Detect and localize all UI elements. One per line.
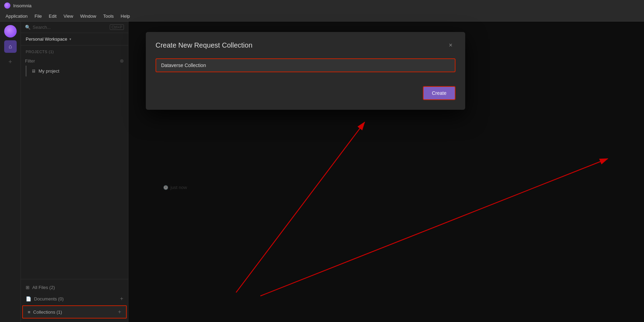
menu-bar: Application File Edit View Window Tools … <box>0 11 644 22</box>
create-collection-modal: Create New Request Collection × Create <box>146 32 465 110</box>
project-item[interactable]: 🖥 My project <box>26 66 128 76</box>
workspace-chevron-icon: ▾ <box>69 37 71 41</box>
sidebar-narrow: ⌂ + <box>0 22 21 322</box>
all-files-icon: ⊞ <box>26 285 30 290</box>
all-files-label: All Files (2) <box>32 285 55 290</box>
create-button[interactable]: Create <box>423 86 455 100</box>
modal-footer: Create <box>156 86 455 100</box>
search-shortcut: Ctrl+P <box>110 24 124 30</box>
modal-title: Create New Request Collection <box>156 41 252 49</box>
bottom-section: ⊞ All Files (2) 📄 Documents (0) + ≡ Coll… <box>21 279 128 322</box>
project-icon: 🖥 <box>31 68 36 74</box>
app-title: Insomnia <box>13 3 32 8</box>
title-bar: Insomnia <box>0 0 644 11</box>
documents-icon: 📄 <box>26 296 31 302</box>
documents-add-icon[interactable]: + <box>120 296 123 302</box>
project-name: My project <box>39 68 59 74</box>
filter-bar: ⊗ <box>21 56 128 66</box>
menu-tools[interactable]: Tools <box>100 12 116 20</box>
search-icon: 🔍 <box>25 25 31 30</box>
workspace-header[interactable]: Personal Workspace ▾ <box>21 33 128 46</box>
search-placeholder: Search... <box>33 25 51 30</box>
filter-input[interactable] <box>25 58 118 64</box>
left-panel: 🔍 Search... Ctrl+P Personal Workspace ▾ … <box>21 22 128 322</box>
main-layout: ⌂ + 🔍 Search... Ctrl+P Personal Workspac… <box>0 22 644 322</box>
add-button[interactable]: + <box>8 58 12 66</box>
menu-window[interactable]: Window <box>77 12 99 20</box>
menu-application[interactable]: Application <box>3 12 31 20</box>
documents-label: Documents (0) <box>34 296 64 302</box>
app-logo <box>4 2 10 9</box>
projects-header: PROJECTS (1) <box>21 46 128 56</box>
close-icon: × <box>449 42 453 49</box>
workspace-name: Personal Workspace <box>26 36 67 42</box>
collection-name-input[interactable] <box>156 58 455 72</box>
collections-add-icon[interactable]: + <box>118 309 121 315</box>
modal-header: Create New Request Collection × <box>156 40 455 50</box>
all-files-item[interactable]: ⊞ All Files (2) <box>21 282 128 293</box>
menu-edit[interactable]: Edit <box>46 12 59 20</box>
avatar[interactable] <box>4 25 17 38</box>
search-bar: 🔍 Search... Ctrl+P <box>21 22 128 33</box>
collections-icon: ≡ <box>28 309 31 315</box>
menu-file[interactable]: File <box>32 12 45 20</box>
home-button[interactable]: ⌂ <box>4 40 17 53</box>
filter-clear-icon[interactable]: ⊗ <box>120 58 124 64</box>
modal-input-row <box>156 58 455 72</box>
menu-view[interactable]: View <box>61 12 76 20</box>
collections-item[interactable]: ≡ Collections (1) + <box>22 305 127 319</box>
collections-label: Collections (1) <box>33 309 62 315</box>
right-area: 🕐 just now Create New Request Collection… <box>128 22 644 322</box>
home-icon: ⌂ <box>9 43 12 50</box>
modal-close-button[interactable]: × <box>446 40 455 50</box>
documents-item[interactable]: 📄 Documents (0) + <box>21 293 128 305</box>
menu-help[interactable]: Help <box>118 12 133 20</box>
